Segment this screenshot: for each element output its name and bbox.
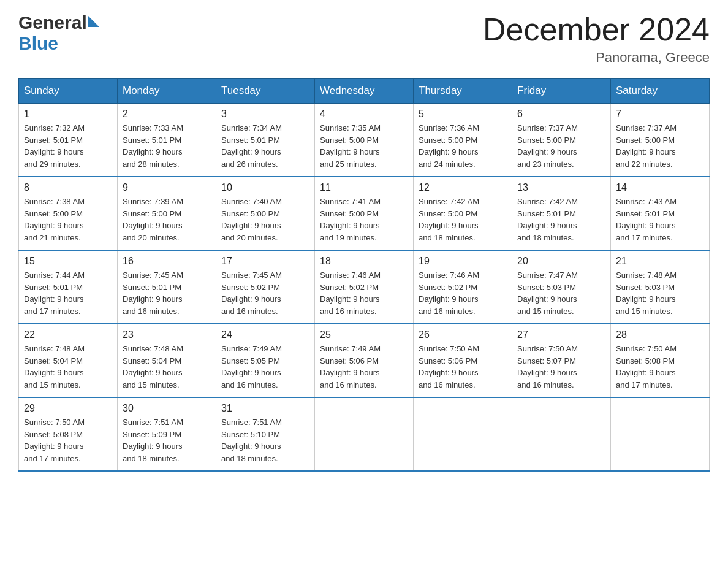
logo-chevron-icon bbox=[88, 16, 99, 27]
calendar-cell: 26 Sunrise: 7:50 AM Sunset: 5:06 PM Dayl… bbox=[414, 324, 512, 397]
calendar-cell: 29 Sunrise: 7:50 AM Sunset: 5:08 PM Dayl… bbox=[19, 397, 118, 471]
day-number: 19 bbox=[419, 256, 507, 267]
day-number: 6 bbox=[517, 109, 605, 120]
day-info: Sunrise: 7:37 AM Sunset: 5:00 PM Dayligh… bbox=[517, 122, 605, 170]
day-number: 13 bbox=[517, 182, 605, 193]
calendar-cell: 23 Sunrise: 7:48 AM Sunset: 5:04 PM Dayl… bbox=[118, 324, 216, 397]
day-number: 27 bbox=[517, 329, 605, 340]
day-info: Sunrise: 7:38 AM Sunset: 5:00 PM Dayligh… bbox=[24, 196, 112, 243]
calendar-cell: 24 Sunrise: 7:49 AM Sunset: 5:05 PM Dayl… bbox=[216, 324, 315, 397]
day-number: 30 bbox=[123, 403, 211, 414]
day-number: 28 bbox=[616, 329, 704, 340]
day-info: Sunrise: 7:32 AM Sunset: 5:01 PM Dayligh… bbox=[24, 122, 112, 170]
day-info: Sunrise: 7:43 AM Sunset: 5:01 PM Dayligh… bbox=[616, 196, 704, 243]
day-info: Sunrise: 7:51 AM Sunset: 5:09 PM Dayligh… bbox=[123, 416, 211, 464]
day-number: 3 bbox=[221, 109, 309, 120]
day-number: 26 bbox=[419, 329, 507, 340]
day-info: Sunrise: 7:39 AM Sunset: 5:00 PM Dayligh… bbox=[123, 196, 211, 243]
col-header-sunday: Sunday bbox=[19, 79, 118, 104]
location-subtitle: Panorama, Greece bbox=[483, 50, 710, 66]
day-number: 22 bbox=[24, 329, 112, 340]
day-info: Sunrise: 7:48 AM Sunset: 5:04 PM Dayligh… bbox=[24, 343, 112, 391]
calendar-cell: 22 Sunrise: 7:48 AM Sunset: 5:04 PM Dayl… bbox=[19, 324, 118, 397]
day-info: Sunrise: 7:45 AM Sunset: 5:02 PM Dayligh… bbox=[221, 269, 309, 317]
logo: General Blue bbox=[18, 12, 99, 54]
logo-blue-text: Blue bbox=[18, 33, 58, 53]
calendar-week-3: 15 Sunrise: 7:44 AM Sunset: 5:01 PM Dayl… bbox=[19, 250, 710, 324]
calendar-cell: 27 Sunrise: 7:50 AM Sunset: 5:07 PM Dayl… bbox=[512, 324, 611, 397]
calendar-cell: 10 Sunrise: 7:40 AM Sunset: 5:00 PM Dayl… bbox=[216, 177, 315, 250]
title-area: December 2024 Panorama, Greece bbox=[483, 12, 710, 66]
calendar-cell: 21 Sunrise: 7:48 AM Sunset: 5:03 PM Dayl… bbox=[611, 250, 710, 324]
day-number: 11 bbox=[320, 182, 408, 193]
calendar-cell: 12 Sunrise: 7:42 AM Sunset: 5:00 PM Dayl… bbox=[414, 177, 512, 250]
col-header-thursday: Thursday bbox=[414, 79, 512, 104]
col-header-tuesday: Tuesday bbox=[216, 79, 315, 104]
day-number: 16 bbox=[123, 256, 211, 267]
calendar-week-1: 1 Sunrise: 7:32 AM Sunset: 5:01 PM Dayli… bbox=[19, 104, 710, 177]
day-info: Sunrise: 7:47 AM Sunset: 5:03 PM Dayligh… bbox=[517, 269, 605, 317]
calendar-cell: 6 Sunrise: 7:37 AM Sunset: 5:00 PM Dayli… bbox=[512, 104, 611, 177]
month-title: December 2024 bbox=[483, 12, 710, 47]
day-number: 12 bbox=[419, 182, 507, 193]
day-info: Sunrise: 7:44 AM Sunset: 5:01 PM Dayligh… bbox=[24, 269, 112, 317]
day-info: Sunrise: 7:33 AM Sunset: 5:01 PM Dayligh… bbox=[123, 122, 211, 170]
calendar-cell: 17 Sunrise: 7:45 AM Sunset: 5:02 PM Dayl… bbox=[216, 250, 315, 324]
col-header-wednesday: Wednesday bbox=[315, 79, 414, 104]
day-info: Sunrise: 7:49 AM Sunset: 5:06 PM Dayligh… bbox=[320, 343, 408, 391]
calendar-cell: 9 Sunrise: 7:39 AM Sunset: 5:00 PM Dayli… bbox=[118, 177, 216, 250]
col-header-monday: Monday bbox=[118, 79, 216, 104]
day-info: Sunrise: 7:45 AM Sunset: 5:01 PM Dayligh… bbox=[123, 269, 211, 317]
day-info: Sunrise: 7:42 AM Sunset: 5:01 PM Dayligh… bbox=[517, 196, 605, 243]
day-info: Sunrise: 7:50 AM Sunset: 5:06 PM Dayligh… bbox=[419, 343, 507, 391]
calendar-cell: 8 Sunrise: 7:38 AM Sunset: 5:00 PM Dayli… bbox=[19, 177, 118, 250]
day-info: Sunrise: 7:42 AM Sunset: 5:00 PM Dayligh… bbox=[419, 196, 507, 243]
day-info: Sunrise: 7:48 AM Sunset: 5:03 PM Dayligh… bbox=[616, 269, 704, 317]
calendar-cell: 4 Sunrise: 7:35 AM Sunset: 5:00 PM Dayli… bbox=[315, 104, 414, 177]
day-number: 4 bbox=[320, 109, 408, 120]
day-info: Sunrise: 7:46 AM Sunset: 5:02 PM Dayligh… bbox=[419, 269, 507, 317]
day-info: Sunrise: 7:37 AM Sunset: 5:00 PM Dayligh… bbox=[616, 122, 704, 170]
day-number: 29 bbox=[24, 403, 112, 414]
calendar-cell: 20 Sunrise: 7:47 AM Sunset: 5:03 PM Dayl… bbox=[512, 250, 611, 324]
day-info: Sunrise: 7:51 AM Sunset: 5:10 PM Dayligh… bbox=[221, 416, 309, 464]
col-header-saturday: Saturday bbox=[611, 79, 710, 104]
day-info: Sunrise: 7:50 AM Sunset: 5:07 PM Dayligh… bbox=[517, 343, 605, 391]
calendar-cell: 30 Sunrise: 7:51 AM Sunset: 5:09 PM Dayl… bbox=[118, 397, 216, 471]
day-number: 14 bbox=[616, 182, 704, 193]
day-number: 10 bbox=[221, 182, 309, 193]
calendar-cell: 25 Sunrise: 7:49 AM Sunset: 5:06 PM Dayl… bbox=[315, 324, 414, 397]
calendar-week-5: 29 Sunrise: 7:50 AM Sunset: 5:08 PM Dayl… bbox=[19, 397, 710, 471]
calendar-cell bbox=[315, 397, 414, 471]
day-info: Sunrise: 7:36 AM Sunset: 5:00 PM Dayligh… bbox=[419, 122, 507, 170]
calendar-cell: 5 Sunrise: 7:36 AM Sunset: 5:00 PM Dayli… bbox=[414, 104, 512, 177]
day-info: Sunrise: 7:40 AM Sunset: 5:00 PM Dayligh… bbox=[221, 196, 309, 243]
calendar-cell: 2 Sunrise: 7:33 AM Sunset: 5:01 PM Dayli… bbox=[118, 104, 216, 177]
day-number: 23 bbox=[123, 329, 211, 340]
calendar-cell: 31 Sunrise: 7:51 AM Sunset: 5:10 PM Dayl… bbox=[216, 397, 315, 471]
day-number: 25 bbox=[320, 329, 408, 340]
day-number: 21 bbox=[616, 256, 704, 267]
col-header-friday: Friday bbox=[512, 79, 611, 104]
day-number: 20 bbox=[517, 256, 605, 267]
day-number: 7 bbox=[616, 109, 704, 120]
page-header: General Blue December 2024 Panorama, Gre… bbox=[18, 12, 710, 66]
day-number: 1 bbox=[24, 109, 112, 120]
calendar-table: Sunday Monday Tuesday Wednesday Thursday… bbox=[18, 78, 710, 472]
day-info: Sunrise: 7:49 AM Sunset: 5:05 PM Dayligh… bbox=[221, 343, 309, 391]
calendar-cell: 18 Sunrise: 7:46 AM Sunset: 5:02 PM Dayl… bbox=[315, 250, 414, 324]
calendar-cell: 3 Sunrise: 7:34 AM Sunset: 5:01 PM Dayli… bbox=[216, 104, 315, 177]
calendar-cell: 19 Sunrise: 7:46 AM Sunset: 5:02 PM Dayl… bbox=[414, 250, 512, 324]
day-info: Sunrise: 7:50 AM Sunset: 5:08 PM Dayligh… bbox=[616, 343, 704, 391]
logo-general-text: General bbox=[18, 12, 87, 33]
calendar-cell bbox=[414, 397, 512, 471]
day-info: Sunrise: 7:46 AM Sunset: 5:02 PM Dayligh… bbox=[320, 269, 408, 317]
calendar-cell: 28 Sunrise: 7:50 AM Sunset: 5:08 PM Dayl… bbox=[611, 324, 710, 397]
calendar-cell: 16 Sunrise: 7:45 AM Sunset: 5:01 PM Dayl… bbox=[118, 250, 216, 324]
day-number: 18 bbox=[320, 256, 408, 267]
day-info: Sunrise: 7:50 AM Sunset: 5:08 PM Dayligh… bbox=[24, 416, 112, 464]
calendar-cell: 14 Sunrise: 7:43 AM Sunset: 5:01 PM Dayl… bbox=[611, 177, 710, 250]
day-number: 31 bbox=[221, 403, 309, 414]
calendar-header-row: Sunday Monday Tuesday Wednesday Thursday… bbox=[19, 79, 710, 104]
calendar-cell bbox=[512, 397, 611, 471]
